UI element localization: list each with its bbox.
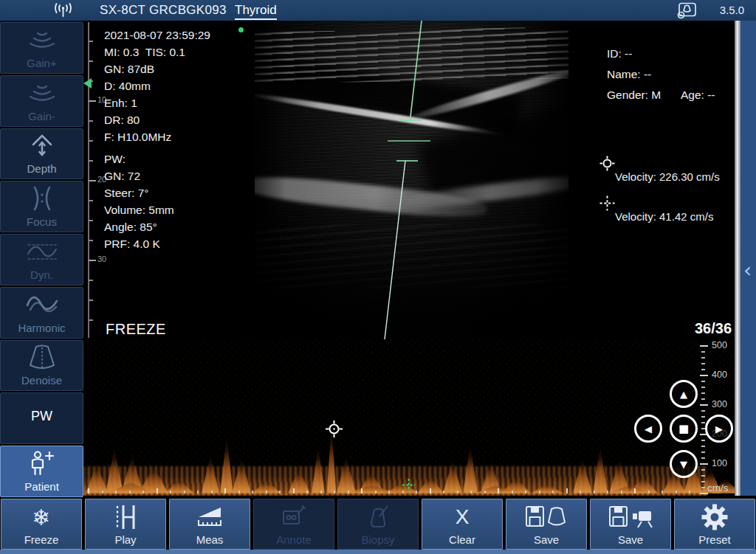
sidebar-item-label: Harmonic: [18, 322, 65, 334]
cine-prev-button[interactable]: ◀: [634, 415, 662, 443]
gain-minus-button[interactable]: Gain-: [0, 75, 83, 127]
tab-thyroid-preset[interactable]: Thyroid: [235, 3, 277, 20]
clear-button[interactable]: X Clear: [422, 499, 503, 550]
cine-stop-button[interactable]: ■: [670, 415, 698, 443]
bmode-image-area[interactable]: [255, 21, 568, 339]
velocity-label: 300: [712, 399, 727, 409]
patient-info-panel: ID: -- Name: -- Gender: M Age: -- Veloci…: [568, 21, 735, 339]
pw-sample-line[interactable]: [255, 21, 568, 339]
velocity-tick: [701, 381, 705, 382]
spectral-measure-cursor-2[interactable]: [402, 479, 415, 494]
save-video-button[interactable]: Save: [590, 499, 671, 550]
time-tick: [279, 491, 281, 494]
sidebar-item-label: Denoise: [21, 374, 62, 387]
time-tick: [293, 488, 295, 494]
spectral-doppler-area[interactable]: 500400300200100cm/s ▲ ◀ ■ ▶ ▼: [83, 339, 742, 496]
harmonic-button[interactable]: Harmonic: [0, 287, 83, 339]
gain-plus-button[interactable]: Gain+: [0, 22, 83, 74]
time-tick: [361, 488, 362, 494]
depth-icon: [26, 133, 58, 158]
time-tick: [102, 491, 103, 494]
measure-button[interactable]: Meas: [169, 499, 250, 550]
save-image-button[interactable]: Save: [506, 499, 587, 550]
play-button[interactable]: Play: [85, 499, 166, 550]
time-tick: [348, 491, 349, 494]
expand-panel-chevron-icon[interactable]: ‹: [743, 258, 752, 283]
gear-icon: [701, 504, 728, 530]
velocity-tick: [700, 463, 708, 465]
time-tick: [211, 491, 213, 494]
preset-button[interactable]: Preset: [674, 499, 755, 550]
depth-tick: [89, 220, 93, 221]
clear-x-icon: X: [456, 504, 470, 530]
sidebar-item-label: PW: [31, 410, 52, 423]
time-tick: [552, 491, 554, 494]
time-tick: [238, 491, 240, 494]
patient-button[interactable]: Patient: [0, 446, 83, 497]
velocity-tick: [701, 410, 705, 412]
depth-tick: [89, 200, 93, 201]
time-tick: [142, 491, 144, 494]
harmonic-icon: [23, 292, 61, 317]
focus-button[interactable]: Focus: [0, 181, 83, 232]
spectral-measure-cursor-1[interactable]: [325, 420, 343, 441]
top-bar: SX-8CT GRCBGK093 Thyroid 3.5.0: [0, 0, 756, 22]
denoise-button[interactable]: Denoise: [0, 340, 83, 392]
velocity-tick: [701, 451, 705, 453]
velocity-tick: [701, 487, 705, 488]
probe-status-icon[interactable]: [676, 2, 697, 22]
dashed-cross-icon: [599, 195, 615, 214]
time-tick: [184, 491, 185, 494]
time-tick: [621, 491, 622, 494]
depth-tick: [89, 319, 93, 321]
velocity-tick: [701, 446, 705, 447]
param-line: Angle: 85°: [104, 218, 210, 235]
biopsy-button[interactable]: Biopsy: [337, 499, 419, 550]
cine-next-button[interactable]: ▶: [705, 415, 733, 443]
patient-id: ID: --: [607, 47, 632, 60]
time-tick: [566, 488, 568, 494]
wireless-antenna-icon: [53, 3, 73, 21]
focus-position-marker[interactable]: [83, 78, 92, 89]
sidebar-item-label: Gain-: [28, 110, 55, 122]
time-tick: [306, 491, 308, 494]
velocity-tick: [701, 392, 705, 394]
sidebar-item-label: Depth: [27, 162, 56, 175]
pw-param-lines: PW:GN: 72Steer: 7°Volume: 5mmAngle: 85°P…: [104, 150, 210, 252]
patient-plus-icon: [25, 450, 59, 477]
param-line: Volume: 5mm: [104, 201, 210, 218]
ultrasound-app: SX-8CT GRCBGK093 Thyroid 3.5.0 Gain+ Gai…: [0, 0, 756, 554]
focus-icon: [26, 185, 58, 212]
time-tick: [512, 491, 513, 494]
time-tick: [416, 491, 417, 494]
pw-mode-button[interactable]: PW: [0, 392, 83, 444]
time-tick: [252, 491, 253, 494]
time-tick: [498, 488, 499, 494]
toolbar-label: Biopsy: [361, 533, 394, 546]
annotate-button[interactable]: Annote: [253, 499, 334, 550]
dynamic-range-button[interactable]: Dyn.: [0, 234, 83, 285]
patient-gender: Gender: M: [607, 89, 661, 102]
time-tick: [525, 491, 526, 494]
param-line: MI: 0.3 TIS: 0.1: [104, 44, 210, 60]
time-tick: [320, 491, 322, 494]
velocity-tick: [701, 475, 705, 477]
device-id: SX-8CT GRCBGK093: [100, 3, 227, 18]
gain-plus-icon: [25, 28, 59, 52]
velocity-tick: [701, 416, 705, 418]
velocity-tick: [701, 440, 705, 441]
right-scrollbar[interactable]: [735, 21, 740, 496]
velocity-tick: [701, 357, 705, 359]
param-line: Enh: 1: [104, 94, 210, 111]
cine-up-button[interactable]: ▲: [670, 380, 698, 408]
cine-down-button[interactable]: ▼: [670, 450, 698, 478]
measurement-value: Velocity: 41.42 cm/s: [615, 210, 713, 223]
measure-ramp-icon: [196, 504, 224, 530]
patient-age: Age: --: [681, 89, 715, 102]
depth-tick: [89, 60, 93, 62]
freeze-button[interactable]: ❄ Freeze: [1, 499, 82, 550]
dynamic-range-icon: [24, 239, 61, 264]
velocity-label: 100: [712, 458, 727, 468]
time-tick: [334, 491, 335, 494]
depth-button[interactable]: Depth: [0, 128, 83, 180]
